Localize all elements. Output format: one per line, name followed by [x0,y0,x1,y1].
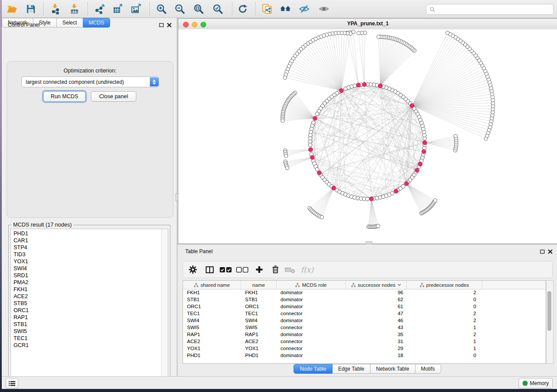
tab-network-table[interactable]: Network Table [370,364,415,374]
delete-table-button-disabled[interactable] [284,263,297,276]
close-panel-icon[interactable] [547,249,553,254]
delete-column-button[interactable] [269,263,281,276]
mcds-hub-node[interactable] [410,103,414,108]
table-settings-button[interactable] [187,263,199,276]
select-all-rows-button[interactable] [218,263,234,276]
mcds-hub-node[interactable] [418,162,422,166]
mcds-result-item[interactable]: TEC1 [11,335,161,342]
mcds-result-item[interactable]: RAP1 [11,314,161,321]
ring-node[interactable] [401,185,405,189]
ring-node[interactable] [343,87,347,91]
ring-node[interactable] [315,112,319,116]
column-header-predecessor-nodes[interactable]: predecessor nodes [407,281,482,289]
zoom-selected-button[interactable] [210,2,225,16]
table-row[interactable]: SWI4SWI4dominator462 [183,317,546,324]
mcds-result-item[interactable]: FKH1 [11,286,161,293]
table-row[interactable]: YOX1YOX1connector291 [183,345,546,352]
column-header-name[interactable]: name [241,281,277,289]
leaf-node[interactable] [284,154,288,158]
mcds-hub-node[interactable] [356,83,361,87]
leaf-node[interactable] [446,31,449,34]
leaf-node[interactable] [433,199,437,202]
mcds-result-item[interactable]: GCR1 [11,342,161,349]
network-window-titlebar[interactable]: YPA_prune.txt_1 [178,19,557,30]
copy-network-button[interactable] [259,2,274,16]
deselect-all-rows-button[interactable] [235,263,250,276]
create-column-button[interactable] [253,263,265,276]
mcds-result-item[interactable]: PHD1 [11,230,161,237]
show-panels-button[interactable] [6,378,18,389]
hide-selected-button[interactable] [297,2,311,16]
mcds-result-list[interactable]: PHD1CAR1STP4TID3YOX1SWI4SRD1PMA2FKH1ACE2… [10,229,168,382]
mcds-result-item[interactable]: TID3 [11,251,161,258]
table-row[interactable]: ORC1ORC1dominator610 [183,303,546,310]
mcds-result-item[interactable]: STB5 [11,300,161,307]
leaf-node[interactable] [377,35,381,38]
tab-mcds[interactable]: MCDS [83,18,110,28]
tab-select[interactable]: Select [57,18,83,28]
mcds-hub-node[interactable] [378,84,383,88]
zoom-fit-button[interactable] [191,2,206,16]
search-field[interactable] [426,4,554,15]
mcds-result-item[interactable]: CAR1 [11,237,161,244]
float-panel-icon[interactable] [540,249,545,254]
leaf-node[interactable] [454,134,457,138]
table-row[interactable]: ACE2ACE2connector311 [183,338,546,345]
table-row[interactable]: TEC1TEC1connector472 [183,310,546,317]
mcds-hub-node[interactable] [308,148,313,152]
mcds-result-item[interactable]: SWI4 [11,265,161,272]
leaf-node[interactable] [377,224,380,228]
export-network-button[interactable] [92,2,107,16]
close-panel-button[interactable]: Close panel [91,91,136,102]
mcds-hub-node[interactable] [369,197,374,201]
ring-node[interactable] [366,197,370,201]
tab-edge-table[interactable]: Edge Table [332,364,370,374]
mcds-hub-node[interactable] [394,189,398,193]
mcds-hub-node[interactable] [362,83,367,87]
mcds-hub-node[interactable] [415,168,419,172]
mcds-hub-node[interactable] [317,171,322,175]
open-file-button[interactable] [4,2,19,16]
leaf-node[interactable] [283,76,287,79]
mcds-hub-node[interactable] [310,155,315,160]
mcds-hub-node[interactable] [422,141,427,145]
close-panel-icon[interactable] [166,22,172,28]
search-input[interactable] [436,4,553,14]
mcds-list-scrollbar[interactable] [161,229,168,381]
apply-layout-button[interactable] [235,2,250,16]
ring-node[interactable] [308,143,312,147]
node-table[interactable]: shared namenameMCDS rolesuccessor nodesp… [183,280,546,364]
table-row[interactable]: FKH1FKH1dominator962 [183,289,546,296]
leaf-node[interactable] [320,215,324,219]
export-table-button[interactable] [110,2,125,16]
mcds-result-item[interactable]: SWI5 [11,328,161,335]
table-row[interactable]: SWI5SWI5connector431 [183,324,546,331]
mcds-hub-node[interactable] [313,116,317,120]
mcds-result-item[interactable]: STP4 [11,244,161,251]
table-row[interactable]: STB1STB1dominator620 [183,296,546,303]
ring-node[interactable] [391,191,394,195]
show-all-button[interactable] [316,2,331,16]
save-session-button[interactable] [23,2,38,16]
leaf-node[interactable] [286,166,289,170]
column-header-successor-nodes[interactable]: successor nodes [346,281,407,289]
column-header-MCDS-role[interactable]: MCDS role [277,281,346,289]
memory-button[interactable]: Memory [519,378,553,389]
export-image-button[interactable] [128,2,143,16]
mcds-hub-node[interactable] [339,89,344,93]
first-neighbors-button[interactable] [278,2,293,16]
mcds-result-item[interactable]: SRD1 [11,272,161,279]
table-row[interactable]: RAP1RAP1dominator352 [183,331,546,338]
mcds-hub-node[interactable] [405,182,409,186]
tab-motifs[interactable]: Motifs [415,364,441,374]
table-row[interactable]: PHD1PHD1dominator180 [183,352,546,359]
zoom-in-button[interactable] [154,2,169,16]
mcds-result-item[interactable]: PMA2 [11,279,161,286]
mcds-result-item[interactable]: ACE2 [11,293,161,300]
column-header-shared-name[interactable]: shared name [183,281,241,289]
import-network-button[interactable] [48,2,62,16]
mcds-hub-node[interactable] [332,186,336,190]
tab-node-table[interactable]: Node Table [294,364,332,374]
leaf-node[interactable] [281,119,284,122]
table-scrollbar[interactable] [546,280,554,364]
